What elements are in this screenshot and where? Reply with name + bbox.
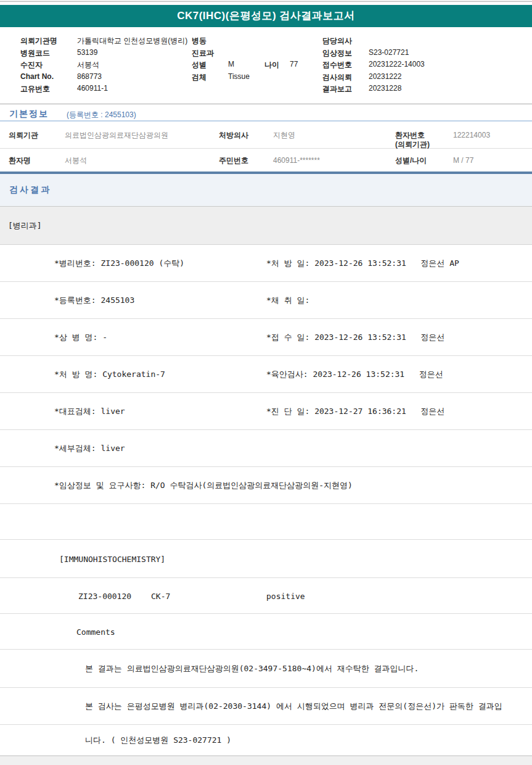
basic-info-registration-no: (등록번호 : 2455103): [67, 110, 136, 120]
value-accession-no: 20231222-14003: [369, 60, 425, 68]
value-clinical-info: S23-027721: [369, 48, 409, 57]
value-prescribing-doctor: 지현영: [273, 130, 295, 140]
comment-line-1: 본 결과는 의료법인삼광의료재단삼광의원(02-3497-5180~4)에서 재…: [85, 663, 419, 674]
header-row: 병원코드 53139 진료과 임상정보 S23-027721: [0, 47, 532, 59]
value-age: 77: [290, 60, 298, 68]
result-row-empty: [0, 504, 532, 540]
value-hospital-code: 53139: [77, 48, 97, 57]
label-requesting-org: 의뢰기관명: [20, 36, 57, 46]
header-row: 고유번호 460911-1 결과보고 20231228: [0, 83, 532, 95]
comment-line-3: 니다. ( 인천성모병원 S23-027721 ): [85, 735, 231, 746]
field-registration-no: *등록번호: 2455103: [54, 295, 134, 306]
department-band: [병리과]: [0, 207, 532, 245]
value-result-reported: 20231228: [369, 84, 401, 93]
result-row: 본 검사는 은평성모병원 병리과(02-2030-3144) 에서 시행되었으며…: [0, 688, 532, 725]
ihc-specimen-no: ZI23-000120: [78, 591, 131, 600]
label-ward: 병동: [192, 36, 207, 46]
result-row: *처 방 명: Cytokeratin-7 *육안검사: 2023-12-26 …: [0, 356, 532, 393]
header-row: 의뢰기관명 가톨릭대학교 인천성모병원(병리) 병동 담당의사: [0, 35, 532, 47]
label-department: 진료과: [192, 48, 214, 59]
result-row: *세부검체: liver: [0, 430, 532, 467]
field-diagnosis-date: *진 단 일: 2023-12-27 16:36:21 정은선: [266, 406, 444, 417]
label-patient-no-line1: 환자번호: [395, 130, 425, 139]
report-title: CK7(IHC)(은평성모) 검사결과보고서: [177, 10, 355, 22]
value-chart-no: 868773: [77, 72, 102, 81]
value-requesting-org: 가톨릭대학교 인천성모병원(병리): [77, 36, 187, 46]
label-accession-no: 접수번호: [322, 60, 352, 70]
report-title-bar: CK7(IHC)(은평성모) 검사결과보고서: [0, 5, 532, 27]
label-patient-name: 환자명: [9, 155, 31, 165]
header-row: Chart No. 868773 검체 Tissue 검사의뢰 20231222: [0, 71, 532, 83]
ihc-test-result: positive: [266, 591, 305, 600]
label-clinical-info: 임상정보: [322, 48, 352, 59]
value-sex-age: M / 77: [453, 156, 473, 165]
value-specimen: Tissue: [228, 72, 250, 81]
table-row: 환자명 서봉석 주민번호 460911-******* 성별/나이 M / 77: [0, 149, 532, 172]
ihc-section-header: [IMMUNOHISTOCHEMISTRY]: [59, 554, 165, 563]
field-order-name: *처 방 명: Cytokeratin-7: [54, 369, 165, 380]
result-row: [IMMUNOHISTOCHEMISTRY]: [0, 540, 532, 578]
basic-info-title: 기본정보: [9, 109, 49, 120]
label-patient-no-line2: (의뢰기관): [395, 139, 430, 149]
basic-info-section-header: 기본정보 (등록번호 : 2455103): [0, 104, 532, 122]
label-resident-id: 주민번호: [219, 155, 248, 165]
table-row: 의뢰기관 의료법인삼광의료재단삼광의원 처방의사 지현영 환자번호(의뢰기관) …: [0, 122, 532, 149]
footer-strip: [0, 756, 532, 765]
label-sex: 성별: [192, 60, 207, 70]
value-patient: 서봉석: [77, 60, 99, 70]
label-specimen: 검체: [192, 72, 207, 83]
results-section-header: 검사결과: [0, 174, 532, 207]
label-chart-no: Chart No.: [20, 72, 54, 81]
field-collection-date: *채 취 일:: [266, 295, 309, 306]
result-row: 본 결과는 의료법인삼광의료재단삼광의원(02-3497-5180~4)에서 재…: [0, 650, 532, 688]
field-gross-exam: *육안검사: 2023-12-26 13:52:31 정은선: [266, 369, 443, 380]
field-receipt-date: *접 수 일: 2023-12-26 13:52:31 정은선: [266, 332, 444, 343]
label-test-requested: 검사의뢰: [322, 72, 352, 83]
department-label: [병리과]: [8, 220, 42, 231]
value-unique-no: 460911-1: [77, 84, 108, 93]
value-patient-name: 서봉석: [65, 155, 87, 165]
result-row: *병리번호: ZI23-000120 (수탁) *처 방 일: 2023-12-…: [0, 245, 532, 282]
label-patient: 수진자: [20, 60, 43, 70]
label-attending-doctor: 담당의사: [322, 36, 352, 46]
header-row: 수진자 서봉석 성별 M 나이 77 접수번호 20231222-14003: [0, 59, 532, 71]
label-referring-org: 의뢰기관: [9, 130, 38, 140]
value-test-requested: 20231222: [369, 72, 401, 81]
value-sex: M: [228, 60, 234, 68]
report-page: CK7(IHC)(은평성모) 검사결과보고서 의뢰기관명 가톨릭대학교 인천성모…: [0, 0, 532, 765]
value-resident-id: 460911-*******: [273, 156, 320, 165]
result-row: *상 병 명: - *접 수 일: 2023-12-26 13:52:31 정은…: [0, 319, 532, 356]
result-row: *등록번호: 2455103 *채 취 일:: [0, 282, 532, 319]
result-row: 니다. ( 인천성모병원 S23-027721 ): [0, 725, 532, 756]
result-row: Comments: [0, 614, 532, 650]
comments-label: Comments: [76, 627, 115, 636]
comment-line-2: 본 검사는 은평성모병원 병리과(02-2030-3144) 에서 시행되었으며…: [85, 701, 502, 712]
value-patient-no: 122214003: [453, 131, 490, 139]
field-main-specimen: *대표검체: liver: [54, 406, 125, 417]
field-sub-specimen: *세부검체: liver: [54, 443, 125, 454]
basic-info-table: 의뢰기관 의료법인삼광의료재단삼광의원 처방의사 지현영 환자번호(의뢰기관) …: [0, 122, 532, 172]
header-info-block: 의뢰기관명 가톨릭대학교 인천성모병원(병리) 병동 담당의사 병원코드 531…: [0, 27, 532, 104]
label-age: 나이: [264, 60, 279, 70]
ihc-test-name: CK-7: [151, 591, 170, 600]
result-row: ZI23-000120 CK-7 positive: [0, 578, 532, 614]
field-order-date: *처 방 일: 2023-12-26 13:52:31 정은선 AP: [266, 258, 459, 269]
label-prescribing-doctor: 처방의사: [219, 130, 248, 140]
field-clinical-request: *임상정보 및 요구사항: R/O 수탁검사(의료법인삼광의료재단삼광의원-지현…: [54, 480, 353, 491]
results-title: 검사결과: [9, 184, 51, 196]
label-hospital-code: 병원코드: [20, 48, 50, 59]
field-pathology-no: *병리번호: ZI23-000120 (수탁): [54, 258, 184, 269]
field-diagnosis-name: *상 병 명: -: [54, 332, 107, 343]
label-result-reported: 결과보고: [322, 84, 352, 94]
result-row: *임상정보 및 요구사항: R/O 수탁검사(의료법인삼광의료재단삼광의원-지현…: [0, 467, 532, 504]
label-sex-age: 성별/나이: [395, 155, 427, 165]
label-unique-no: 고유번호: [20, 84, 50, 94]
value-referring-org: 의료법인삼광의료재단삼광의원: [65, 130, 168, 140]
result-row: *대표검체: liver *진 단 일: 2023-12-27 16:36:21…: [0, 393, 532, 430]
